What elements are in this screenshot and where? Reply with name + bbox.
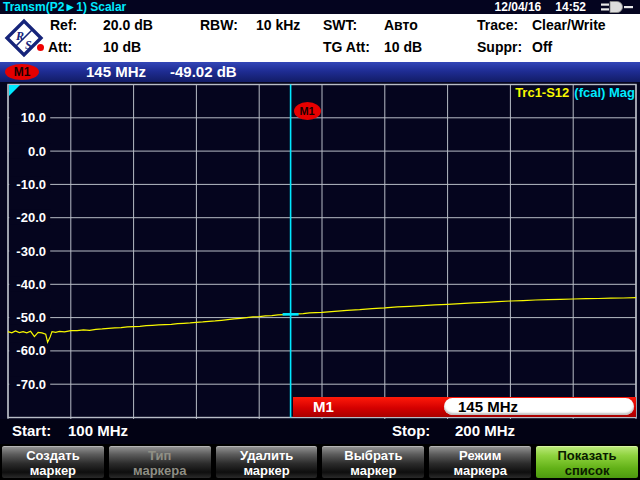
softkey-marker-mode[interactable]: Режиммаркера [428,445,532,479]
trace-label: Trace: [477,17,518,33]
trace-legend-mode: (fcal) Mag [574,85,635,100]
marker-badge[interactable]: M1 [5,64,39,80]
ac-plug-icon [600,0,636,14]
att-coupled-indicator-icon [37,44,44,51]
marker-level-readout: -49.02 dB [170,63,237,81]
frequency-range-bar: Start: 100 MHz Stop: 200 MHz [0,419,640,444]
svg-text:R: R [15,29,24,43]
suppr-value: Off [532,39,552,55]
att-value: 10 dB [103,39,141,55]
rbw-label: RBW: [200,17,238,33]
trace-value: Clear/Write [532,17,606,33]
date-label: 12/04/16 [495,0,542,14]
svg-text:S: S [25,38,32,52]
settings-header: R S Ref: 20.0 dB RBW: 10 kHz SWT: Авто T… [0,14,640,62]
marker-readout-bar: M1 145 MHz -49.02 dB [0,62,640,82]
marker-frequency-field[interactable]: 145 MHz [444,398,634,415]
svg-text:-70.0: -70.0 [16,377,46,392]
plot-area[interactable]: 10.00.0-10.0-20.0-30.0-40.0-50.0-60.0-70… [0,82,640,419]
tg-att-value: 10 dB [384,39,422,55]
svg-text:0.0: 0.0 [28,144,46,159]
start-label: Start: [12,419,51,443]
analyzer-screen: Transm(P2►1) Scalar 12/04/16 14:52 R S R… [0,0,640,480]
suppr-label: Suppr: [477,39,522,55]
rohde-schwarz-logo-icon: R S [3,17,45,59]
measurement-mode-title: Transm(P2►1) Scalar [3,0,126,14]
chart-marker-label[interactable]: M1 [294,102,321,120]
title-bar: Transm(P2►1) Scalar 12/04/16 14:52 [0,0,640,14]
softkey-create-marker[interactable]: Создатьмаркер [1,445,105,479]
titlebar-right: 12/04/16 14:52 [495,0,636,14]
ref-level-indicator-icon [9,85,20,96]
swt-value: Авто [384,17,418,33]
softkey-delete-marker[interactable]: Удалитьмаркер [215,445,319,479]
svg-text:10.0: 10.0 [21,110,46,125]
softkey-marker-type: Типмаркера [108,445,212,479]
softkey-select-marker[interactable]: Выбратьмаркер [321,445,425,479]
svg-text:-20.0: -20.0 [16,210,46,225]
start-value: 100 MHz [68,419,128,443]
att-label: Att: [48,39,72,55]
softkey-show-list[interactable]: Показатьсписок [535,445,639,479]
trace-chart: 10.00.0-10.0-20.0-30.0-40.0-50.0-60.0-70… [0,82,640,419]
marker-input-bar: M1 145 MHz [293,397,636,417]
time-label: 14:52 [555,0,586,14]
stop-value: 200 MHz [455,419,515,443]
tg-att-label: TG Att: [323,39,370,55]
trace-legend-name: Trc1-S12 [515,85,569,100]
svg-text:-10.0: -10.0 [16,177,46,192]
softkey-bar: Создатьмаркер Типмаркера Удалитьмаркер В… [0,444,640,480]
trace-legend: Trc1-S12(fcal) Mag [515,85,635,100]
svg-text:-30.0: -30.0 [16,244,46,259]
swt-label: SWT: [323,17,357,33]
svg-text:-60.0: -60.0 [16,343,46,358]
marker-input-name: M1 [313,397,334,417]
marker-frequency-readout: 145 MHz [86,63,146,81]
ref-value: 20.0 dB [103,17,153,33]
ref-label: Ref: [50,17,77,33]
svg-text:-50.0: -50.0 [16,310,46,325]
stop-label: Stop: [392,419,430,443]
svg-text:-40.0: -40.0 [16,277,46,292]
rbw-value: 10 kHz [256,17,300,33]
